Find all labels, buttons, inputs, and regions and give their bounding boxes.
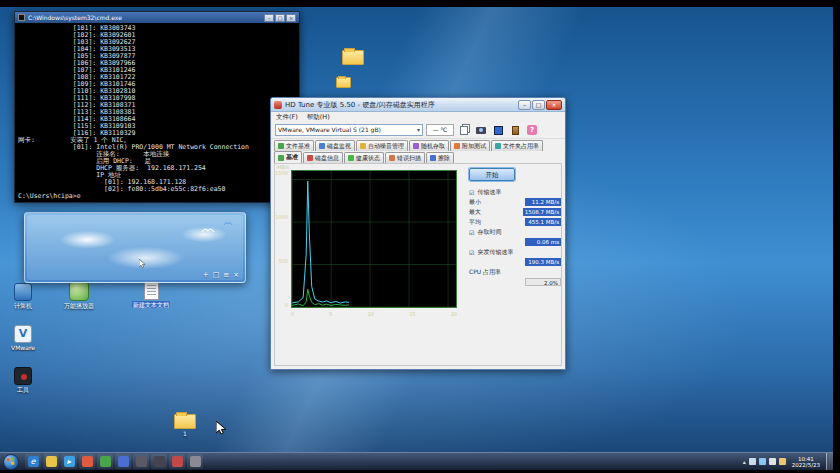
hdtune-maximize-button[interactable]: □ [532,100,545,110]
save-button[interactable] [491,124,505,137]
tab-擦除[interactable]: 擦除 [426,152,454,163]
taskbar-media-player[interactable]: ▸ [61,454,77,469]
taskbar: e▸ ▴ 10:41 2022/5/23 [0,452,833,470]
taskbar-app-blue[interactable] [115,454,131,469]
tab-icon [495,143,501,149]
ie-icon: e [28,456,39,467]
tray-icons [749,458,786,465]
burst-checkbox[interactable]: ☑ [469,249,474,256]
transfer-checkbox[interactable]: ☑ [469,189,474,196]
show-desktop-button[interactable] [826,453,833,471]
tab-基准[interactable]: 基准 [274,151,302,163]
tray-input-icon[interactable] [779,458,786,465]
min-label: 最小 [469,198,481,207]
desktop-icon-app2[interactable]: VVMware [0,325,46,351]
y-axis-labels: 150010005000 [275,170,289,308]
access-checkbox[interactable]: ☑ [469,229,474,236]
hidden-icons-button[interactable]: ▴ [743,458,746,465]
tab-健康状态[interactable]: 健康状态 [344,152,384,163]
temperature-display: — ℃ [426,124,454,136]
series-传输速率 [292,181,349,303]
player-control-0[interactable]: + [203,271,209,279]
taskbar-app-dark1[interactable] [133,454,149,469]
player-control-2[interactable]: ≡ [223,271,229,279]
y-tick: 1500 [275,170,289,176]
tab-文件夹占用率[interactable]: 文件夹占用率 [491,140,543,151]
access-value: 0.06 ms [525,238,561,246]
tab-磁盘监视[interactable]: 磁盘监视 [315,140,355,151]
hdtune-titlebar[interactable]: HD Tune 专业版 5.50 - 硬盘/闪存磁盘实用程序 – □ × [271,98,565,112]
taskbar-clock[interactable]: 10:41 2022/5/23 [789,456,823,468]
max-value: 1508.7 MB/s [523,208,561,216]
windows-logo-icon [6,457,15,466]
clock-date: 2022/5/23 [792,462,820,468]
folder-icon [174,414,196,429]
desktop-icon-app1[interactable]: 计算机 [0,283,46,309]
desktop[interactable]: 计算机VVMware工具万能播放器新建文本文档1 C:\Windows\syst… [0,7,833,470]
taskbar-browser[interactable] [79,454,95,469]
exit-button[interactable] [508,124,522,137]
y-tick: 1000 [275,214,289,220]
tab-自动噪音管理[interactable]: 自动噪音管理 [356,140,408,151]
min-value: 11.2 MB/s [525,198,561,206]
menu-help[interactable]: 帮助(H) [307,112,330,122]
player-control-3[interactable]: × [233,271,239,279]
desktop-icon-app3[interactable]: 工具 [0,367,46,393]
tray-network-icon[interactable] [759,458,766,465]
tray-volume-icon[interactable] [769,458,776,465]
taskbar-app-green[interactable] [97,454,113,469]
tabs-row-1: 文件基准磁盘监视自动噪音管理随机存取附加测试文件夹占用率 [271,139,565,151]
menu-file[interactable]: 文件(F) [276,112,298,122]
exit-icon [512,126,519,135]
cmd-output: [101]: KB3003743 [102]: KB3092601 [103]:… [15,23,299,202]
tab-随机存取[interactable]: 随机存取 [409,140,449,151]
cmd-window[interactable]: C:\Windows\system32\cmd.exe – □ × [101]:… [14,11,300,203]
cmd-icon [18,14,25,21]
desktop-folder-3[interactable]: 1 [162,411,208,437]
tab-icon [278,143,284,149]
tab-磁盘信息[interactable]: 磁盘信息 [303,152,343,163]
tab-文件基准[interactable]: 文件基准 [274,140,314,151]
desktop-folder-1[interactable] [330,47,376,65]
help-button[interactable]: ? [525,124,539,137]
app-dark1-icon [136,456,147,467]
tab-错误扫描[interactable]: 错误扫描 [385,152,425,163]
taskbar-app-grey[interactable] [187,454,203,469]
start-button[interactable]: 开始 [469,168,515,181]
app-red-icon [172,456,183,467]
hdtune-toolbar: VMware, VMware Virtual S (21 gB) ▾ — ℃ ? [271,122,565,139]
desktop-icon-doc[interactable]: 新建文本文档 [128,281,174,308]
desktop-icon-player[interactable]: 万能播放器 [56,281,102,309]
taskbar-explorer[interactable] [43,454,59,469]
tray-flag-icon[interactable] [749,458,756,465]
tab-icon [430,155,436,161]
icon-label: 1 [182,430,188,437]
camera-icon [476,127,486,134]
cmd-minimize-button[interactable]: – [264,14,274,22]
hdtune-close-button[interactable]: × [546,100,562,110]
cmd-titlebar[interactable]: C:\Windows\system32\cmd.exe – □ × [15,12,299,23]
tab-附加测试[interactable]: 附加测试 [450,140,490,151]
taskbar-ie[interactable]: e [25,454,41,469]
access-label: 存取时间 [477,228,501,237]
app-dark-icon [14,367,32,385]
taskbar-app-red[interactable] [169,454,185,469]
x-tick: 20 [451,311,457,317]
x-tick: 5 [329,311,332,317]
desktop-folder-2[interactable] [320,75,366,88]
y-tick: 0 [275,302,289,308]
screenshot-button[interactable] [474,124,488,137]
start-button-orb[interactable] [3,454,19,470]
cmd-maximize-button[interactable]: □ [275,14,285,22]
player-control-1[interactable]: □ [213,271,220,279]
drive-select[interactable]: VMware, VMware Virtual S (21 gB) ▾ [275,124,423,136]
video-player-window[interactable]: +□≡× [24,212,246,283]
hdtune-window[interactable]: HD Tune 专业版 5.50 - 硬盘/闪存磁盘实用程序 – □ × 文件(… [270,97,566,370]
copy-button[interactable] [457,124,471,137]
max-label: 最大 [469,208,481,217]
cpu-value: 2.0% [525,278,561,286]
taskbar-app-dark2[interactable] [151,454,167,469]
hdtune-minimize-button[interactable]: – [518,100,531,110]
tab-icon [307,155,313,161]
cmd-close-button[interactable]: × [286,14,296,22]
